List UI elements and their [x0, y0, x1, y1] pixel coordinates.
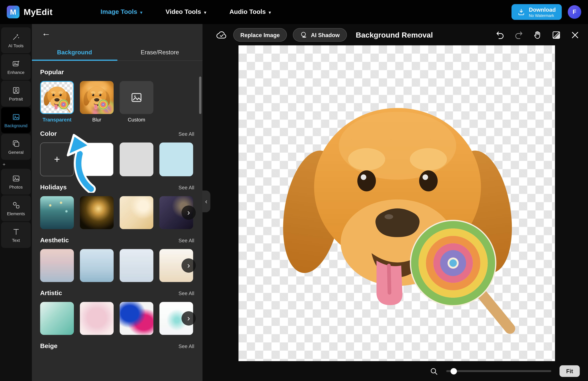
fit-button[interactable]: Fit: [560, 365, 580, 377]
holidays-row: ›: [40, 196, 194, 229]
nav-audio-tools[interactable]: Audio Tools ▾: [229, 8, 271, 16]
tab-erase-restore[interactable]: Erase/Restore: [117, 44, 202, 60]
page-title: Background Removal: [356, 31, 433, 39]
background-thumbnail-blur[interactable]: [80, 81, 114, 114]
download-label: Download: [529, 6, 556, 13]
zoom-slider[interactable]: [446, 370, 551, 372]
rail-item-photos[interactable]: Photos: [1, 169, 31, 195]
background-thumbnail-transparent[interactable]: [40, 81, 74, 114]
holidays-title: Holidays: [40, 184, 67, 191]
popular-title: Popular: [40, 69, 64, 76]
enhance-image-icon: [12, 59, 20, 68]
compare-before-after-icon[interactable]: [552, 30, 561, 40]
panel-tabs: Background Erase/Restore: [32, 44, 202, 61]
beige-title: Beige: [40, 342, 58, 350]
tool-rail: AI Tools Enhance Portrait: [0, 24, 32, 381]
user-avatar[interactable]: F: [568, 5, 581, 19]
custom-image-icon: [120, 81, 153, 114]
nav-video-tools[interactable]: Video Tools ▾: [166, 8, 206, 16]
rail-item-portrait[interactable]: Portrait: [1, 81, 31, 106]
rail-item-enhance[interactable]: Enhance: [1, 54, 31, 80]
rail-item-elements[interactable]: Elements: [1, 195, 31, 221]
image-canvas[interactable]: [238, 45, 555, 361]
artistic-next-button[interactable]: ›: [182, 311, 196, 326]
zoom-slider-handle[interactable]: [451, 368, 457, 374]
holidays-next-button[interactable]: ›: [182, 206, 196, 220]
thumbnail-label: Blur: [92, 117, 101, 123]
myedit-logo[interactable]: M MyEdit: [7, 6, 79, 19]
nav-image-tools[interactable]: Image Tools ▾: [101, 8, 142, 16]
add-color-button[interactable]: +: [40, 143, 74, 176]
top-bar: M MyEdit Image Tools ▾ Video Tools ▾ Aud…: [0, 0, 588, 24]
canvas-bottom-bar: Fit: [203, 361, 588, 381]
artistic-thumbnail-3[interactable]: [120, 302, 153, 335]
background-panel: ← Background Erase/Restore Popular Trans…: [32, 24, 202, 381]
aesthetic-thumbnail-3[interactable]: [120, 249, 153, 282]
rail-item-ai-tools[interactable]: AI Tools: [1, 27, 31, 53]
beige-see-all[interactable]: See All: [179, 343, 194, 349]
rail-item-background[interactable]: Background: [1, 107, 31, 133]
ai-shadow-icon: [300, 31, 308, 39]
no-watermark-label: No Watermark: [529, 13, 554, 17]
color-swatch-white[interactable]: [80, 143, 114, 176]
artistic-section-header: Artistic See All: [40, 290, 194, 297]
undo-icon[interactable]: [495, 30, 505, 40]
zoom-magnifier-icon: [430, 367, 438, 375]
aesthetic-title: Aesthetic: [40, 237, 69, 244]
aesthetic-see-all[interactable]: See All: [179, 237, 194, 243]
photos-icon: [12, 174, 20, 183]
panel-scrollbar[interactable]: [199, 77, 202, 114]
portrait-icon: [12, 86, 20, 94]
editor-main: Replace Image AI Shadow Background Remov…: [203, 24, 588, 381]
background-image-icon: [12, 113, 20, 121]
dog-preview: [82, 82, 112, 113]
artistic-thumbnail-1[interactable]: [40, 302, 74, 335]
popular-row: Transparent Blur: [40, 81, 194, 123]
holidays-see-all[interactable]: See All: [179, 185, 194, 190]
holiday-thumbnail-3[interactable]: [120, 196, 153, 229]
aesthetic-row: ›: [40, 249, 194, 282]
text-icon: [12, 228, 20, 236]
color-see-all[interactable]: See All: [179, 131, 194, 137]
artistic-see-all[interactable]: See All: [179, 291, 194, 296]
aesthetic-thumbnail-1[interactable]: [40, 249, 74, 282]
main-nav: Image Tools ▾ Video Tools ▾ Audio Tools …: [101, 8, 271, 16]
tab-background[interactable]: Background: [32, 44, 117, 60]
artistic-thumbnail-2[interactable]: [80, 302, 114, 335]
dog-preview: [42, 82, 72, 113]
ai-shadow-button[interactable]: AI Shadow: [293, 28, 347, 42]
rail-add-icon[interactable]: +: [0, 160, 32, 169]
rail-item-general[interactable]: General: [1, 134, 31, 160]
close-icon[interactable]: [570, 30, 580, 40]
color-title: Color: [40, 130, 57, 138]
holidays-section-header: Holidays See All: [40, 184, 194, 191]
color-row: +: [40, 143, 194, 176]
cloud-saved-icon[interactable]: [216, 30, 227, 39]
rail-item-text[interactable]: Text: [1, 222, 31, 248]
popular-section-header: Popular: [40, 69, 194, 76]
background-thumbnail-custom[interactable]: [120, 81, 153, 114]
aesthetic-thumbnail-2[interactable]: [80, 249, 114, 282]
color-swatch-gray[interactable]: [120, 143, 153, 176]
beige-section-header: Beige See All: [40, 342, 194, 350]
thumbnail-label: Custom: [128, 117, 145, 123]
holiday-thumbnail-1[interactable]: [40, 196, 74, 229]
aesthetic-next-button[interactable]: ›: [182, 258, 196, 273]
canvas-toolbar: Replace Image AI Shadow Background Remov…: [203, 24, 588, 46]
redo-icon[interactable]: [514, 30, 524, 40]
download-icon: [518, 8, 525, 16]
back-button[interactable]: ←: [42, 28, 50, 37]
shapes-icon: [12, 201, 20, 209]
holiday-thumbnail-2[interactable]: [80, 196, 114, 229]
copy-frames-icon: [12, 139, 20, 148]
color-swatch-lightblue[interactable]: [159, 143, 193, 176]
hand-pan-icon[interactable]: [533, 30, 542, 40]
chevron-down-icon: ▾: [269, 10, 271, 15]
color-section-header: Color See All: [40, 130, 194, 138]
artistic-row: ›: [40, 302, 194, 335]
panel-collapse-handle[interactable]: ‹: [202, 190, 210, 212]
download-button[interactable]: Download No Watermark: [512, 4, 562, 20]
magic-wand-icon: [12, 33, 20, 41]
replace-image-button[interactable]: Replace Image: [233, 28, 287, 42]
chevron-down-icon: ▾: [140, 10, 142, 15]
